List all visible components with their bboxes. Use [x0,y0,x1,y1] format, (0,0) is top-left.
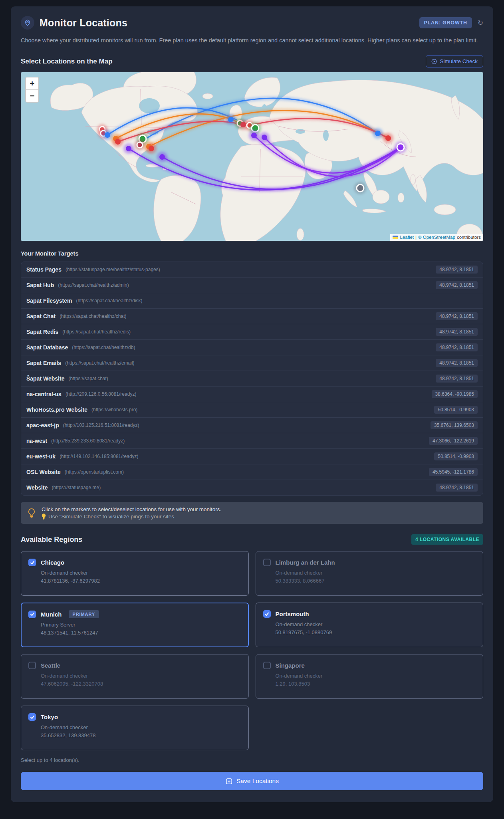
region-checkbox[interactable] [263,559,271,566]
target-url: (https://sapat.chat/healthz/db) [72,345,436,350]
check-icon [30,612,35,617]
target-name: eu-west-uk [26,453,56,460]
monitor-target-row: na-west (http://85.239.233.60:8081/ready… [21,433,483,448]
target-name: na-west [26,438,47,444]
region-card[interactable]: Singapore On-demand checker 1.29, 103.85… [256,654,484,699]
regions-title: Available Regions [21,535,82,544]
save-locations-button[interactable]: Save Locations [21,772,483,790]
region-checkbox[interactable] [28,662,36,669]
map-marker[interactable] [251,133,257,138]
lightbulb-icon [27,508,36,518]
panel-header: Monitor Locations PLAN: GROWTH ↻ [21,16,483,30]
target-name: Sapat Hub [26,282,54,288]
target-coordinates-badge: 48.9742, 8.1851 [436,375,478,383]
region-cards-grid: Chicago On-demand checker 41.8781136, -8… [21,551,483,750]
region-name: Portsmouth [276,611,309,617]
target-coordinates-badge: 48.9742, 8.1851 [436,281,478,289]
map-section-title: Select Locations on the Map [21,58,113,65]
region-coordinates: 50.8197675, -1.0880769 [276,629,476,635]
openstreetmap-link[interactable]: © OpenStreetMap [418,235,455,240]
map-marker[interactable] [262,135,267,140]
zoom-in-button[interactable]: + [26,77,38,89]
tip-line-2-text: Use "Simulate Check" to visualize pings … [48,514,176,520]
region-subtitle: On-demand checker [41,570,241,576]
region-coordinates: 47.6062095, -122.3320708 [41,681,241,687]
monitor-target-row: WhoHosts.pro Website (https://whohosts.p… [21,402,483,417]
target-name: Sapat Chat [26,313,56,319]
target-url: (https://sapat.chat/healthz/email) [65,360,436,366]
check-icon [30,560,35,565]
target-name: Status Pages [26,266,62,273]
target-coordinates-badge: 48.9742, 8.1851 [436,343,478,351]
monitor-target-row: Sapat Chat (https://sapat.chat/healthz/c… [21,308,483,324]
ukraine-flag-icon [393,236,398,239]
simulate-check-button[interactable]: Simulate Check [426,55,483,67]
region-subtitle: On-demand checker [276,621,476,627]
attribution-contributors: contributors [457,235,481,240]
targets-section-header: Your Monitor Targets [21,250,483,257]
target-coordinates-badge: 48.9742, 8.1851 [436,312,478,320]
target-coordinates-badge: 48.9742, 8.1851 [436,266,478,274]
map-marker[interactable] [228,117,234,122]
region-card[interactable]: Seattle On-demand checker 47.6062095, -1… [21,654,249,699]
map-marker[interactable] [159,154,165,160]
monitor-target-row: Website (https://statuspage.me) 48.9742,… [21,480,483,495]
target-coordinates-badge: 48.9742, 8.1851 [436,359,478,367]
target-coordinates-badge: 48.9742, 8.1851 [436,328,478,336]
region-card[interactable]: Chicago On-demand checker 41.8781136, -8… [21,551,249,596]
simulate-check-label: Simulate Check [440,58,478,64]
target-url: (https://sapat.chat/healthz/redis) [62,329,436,335]
region-card[interactable]: Tokyo On-demand checker 35.652832, 139.8… [21,706,249,750]
region-name: Chicago [41,559,64,566]
region-name: Limburg an der Lahn [276,559,335,566]
map-marker[interactable] [397,144,404,151]
monitor-target-row: Sapat Hub (https://sapat.chat/healthz/ad… [21,277,483,293]
region-checkbox[interactable] [28,611,36,618]
target-url: (https://sapat.chat/healthz/chat) [60,313,436,319]
leaflet-link[interactable]: Leaflet [400,235,414,240]
tip-text: Click on the markers to select/deselect … [42,506,221,520]
target-coordinates-badge: 50.8514, -0.9903 [434,452,478,460]
map-marker[interactable] [137,142,143,148]
target-coordinates-badge: 35.6761, 139.6503 [431,421,478,429]
targets-title: Your Monitor Targets [21,250,483,257]
map-marker[interactable] [375,131,381,136]
region-checkbox[interactable] [28,713,36,721]
region-checkbox[interactable] [263,610,271,618]
map-marker[interactable] [115,139,121,145]
map-marker[interactable] [385,135,391,141]
zoom-out-button[interactable]: − [26,89,38,102]
monitor-target-row: na-central-us (http://209.126.0.56:8081/… [21,386,483,402]
play-circle-icon [431,59,437,64]
map-marker[interactable] [357,184,364,192]
map-marker[interactable] [149,146,154,151]
page-description: Choose where your distributed monitors w… [21,36,483,45]
target-coordinates-badge: 47.3066, -122.2619 [429,437,478,445]
bulb-emoji-icon [42,514,46,520]
region-checkbox[interactable] [263,662,271,669]
region-card-header: Seattle [28,662,241,669]
locations-available-badge: 4 LOCATIONS AVAILABLE [411,534,483,545]
region-subtitle: On-demand checker [276,570,476,576]
map-marker[interactable] [105,132,110,138]
check-icon [264,612,269,617]
region-card[interactable]: Limburg an der Lahn On-demand checker 50… [256,551,484,596]
target-name: WhoHosts.pro Website [26,407,87,413]
map-marker[interactable] [126,146,131,151]
location-pin-icon [21,16,34,30]
selection-limit-note: Select up to 4 location(s). [21,757,483,763]
region-coordinates: 35.652832, 139.839478 [41,732,241,738]
region-checkbox[interactable] [28,559,36,566]
target-name: Sapat Redis [26,329,58,335]
target-coordinates-badge: 45.5945, -121.1786 [429,468,478,476]
regions-section-header: Available Regions 4 LOCATIONS AVAILABLE [21,534,483,545]
monitor-target-row: apac-east-jp (http://103.125.216.51:8081… [21,417,483,433]
region-card-header: Portsmouth [263,610,476,618]
region-card[interactable]: Munich PRIMARY Primary Server 48.1371541… [21,603,249,647]
world-map[interactable]: + − Leaflet | © OpenStreetMap contributo… [21,72,483,241]
target-url: (https://statuspage.me) [52,485,436,490]
map-canvas[interactable] [21,72,483,241]
plan-badge: PLAN: GROWTH [419,17,472,28]
refresh-icon[interactable]: ↻ [478,20,483,26]
region-card[interactable]: Portsmouth On-demand checker 50.8197675,… [256,603,484,647]
